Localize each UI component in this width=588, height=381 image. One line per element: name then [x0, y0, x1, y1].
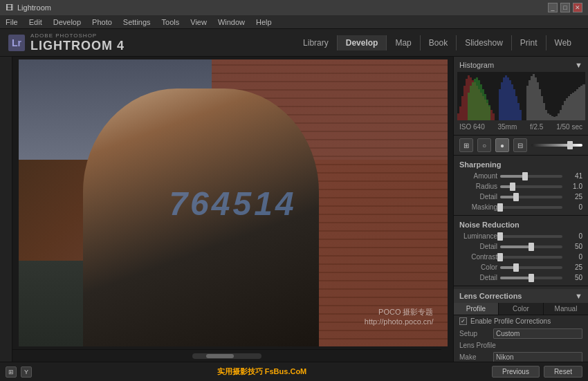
nr-color-detail-label: Detail — [459, 274, 497, 281]
nr-detail-row: Detail 50 — [454, 241, 588, 252]
setup-row: Setup Custom — [454, 327, 588, 340]
nr-color-detail-thumb[interactable] — [529, 274, 534, 282]
tab-library[interactable]: Library — [295, 35, 338, 50]
nr-detail-track[interactable] — [500, 245, 562, 248]
menu-tools[interactable]: Tools — [162, 18, 180, 26]
svg-rect-3 — [463, 86, 466, 120]
window-controls[interactable]: _ □ ✕ — [548, 3, 582, 12]
svg-rect-59 — [566, 98, 568, 120]
sharpening-radius-thumb[interactable] — [510, 183, 515, 191]
svg-rect-22 — [476, 77, 478, 120]
maximize-button[interactable]: □ — [560, 3, 570, 12]
noise-reduction-header[interactable]: Noise Reduction — [454, 219, 588, 231]
nr-detail-value: 50 — [565, 243, 582, 250]
sharpening-amount-track[interactable] — [500, 175, 562, 178]
sharpening-amount-row: Amount 41 — [454, 171, 588, 181]
nr-contrast-track[interactable] — [500, 256, 562, 259]
grid-tool-button[interactable]: ⊞ — [459, 138, 473, 152]
lens-tab-color[interactable]: Color — [499, 303, 544, 315]
sharpening-masking-row: Masking 0 — [454, 202, 588, 212]
nav-tabs: Library Develop Map Book Slideshow Print… — [295, 35, 580, 50]
nr-color-detail-track[interactable] — [500, 277, 562, 279]
tab-web[interactable]: Web — [546, 35, 580, 50]
sharpening-radius-track[interactable] — [500, 185, 562, 188]
scroll-thumb[interactable] — [206, 354, 234, 358]
nr-luminance-thumb[interactable] — [497, 232, 503, 241]
nr-luminance-track[interactable] — [500, 235, 562, 238]
sharpening-masking-thumb[interactable] — [497, 203, 503, 212]
menu-view[interactable]: View — [190, 18, 207, 26]
svg-rect-66 — [580, 86, 582, 120]
menu-develop[interactable]: Develop — [53, 18, 81, 26]
make-value[interactable]: Nikon — [493, 352, 582, 362]
bottom-left-controls: ⊞ Y — [6, 366, 32, 378]
svg-rect-43 — [533, 74, 535, 120]
svg-rect-32 — [505, 75, 507, 120]
svg-rect-26 — [484, 94, 486, 120]
tab-print[interactable]: Print — [512, 35, 546, 50]
lens-corrections-header[interactable]: Lens Corrections ▼ — [454, 289, 588, 303]
lr-badge: Lr — [8, 35, 25, 51]
lens-tab-profile[interactable]: Profile — [454, 303, 499, 315]
bottom-watermark-text: 实用摄影技巧 FsBus.CoM — [217, 366, 307, 377]
tab-slideshow[interactable]: Slideshow — [457, 35, 512, 50]
enable-profile-checkbox[interactable]: ✓ — [459, 317, 467, 325]
tool-slider-thumb[interactable] — [567, 141, 573, 149]
nr-color-track[interactable] — [500, 266, 562, 269]
nr-color-thumb[interactable] — [513, 263, 519, 272]
sharpening-header[interactable]: Sharpening — [454, 158, 588, 171]
title-bar: 🎞 Lightroom _ □ ✕ — [0, 0, 588, 15]
tool-slider-track[interactable] — [531, 144, 582, 147]
center-area: 764514 POCO 摄影专题 http://photo.poco.cn/ — [12, 57, 453, 362]
svg-rect-17 — [493, 113, 495, 120]
menu-settings[interactable]: Settings — [123, 18, 151, 26]
tab-develop[interactable]: Develop — [338, 35, 387, 50]
svg-rect-0 — [457, 113, 459, 120]
enable-profile-label: Enable Profile Corrections — [470, 317, 551, 325]
nr-contrast-thumb[interactable] — [497, 253, 503, 261]
lens-tab-manual[interactable]: Manual — [544, 303, 588, 315]
poco-watermark: POCO 摄影专题 http://photo.poco.cn/ — [365, 307, 434, 326]
focal-value: 35mm — [497, 123, 517, 131]
tab-book[interactable]: Book — [421, 35, 457, 50]
sharpening-masking-track[interactable] — [500, 206, 562, 209]
svg-rect-47 — [541, 96, 543, 120]
bottom-grid-button[interactable]: ⊞ — [6, 366, 17, 378]
nr-detail-label: Detail — [459, 243, 497, 250]
svg-rect-48 — [543, 103, 545, 120]
image-overlay-text: 764514 — [169, 184, 296, 222]
svg-rect-30 — [501, 82, 503, 120]
bottom-view-button[interactable]: Y — [21, 366, 32, 378]
horizontal-scrollbar[interactable] — [192, 353, 261, 359]
sharpening-detail-label: Detail — [459, 193, 497, 201]
nr-detail-thumb[interactable] — [529, 243, 534, 251]
svg-rect-64 — [576, 89, 578, 120]
sharpening-detail-thumb[interactable] — [513, 193, 519, 201]
menu-window[interactable]: Window — [218, 18, 245, 26]
svg-rect-46 — [539, 89, 541, 120]
setup-select[interactable]: Custom — [493, 328, 582, 339]
svg-rect-44 — [535, 77, 537, 120]
svg-rect-24 — [480, 84, 482, 120]
slider-tool-button[interactable]: ⊟ — [513, 138, 527, 152]
sharpening-detail-track[interactable] — [500, 196, 562, 198]
aperture-value: f/2.5 — [530, 123, 543, 131]
previous-button[interactable]: Previous — [492, 366, 540, 378]
menu-photo[interactable]: Photo — [92, 18, 112, 26]
reset-button[interactable]: Reset — [544, 366, 582, 378]
close-button[interactable]: ✕ — [573, 3, 582, 12]
nr-luminance-label: Luminance — [459, 232, 497, 240]
menu-edit[interactable]: Edit — [29, 18, 42, 26]
tab-map[interactable]: Map — [387, 35, 420, 50]
svg-rect-39 — [520, 110, 522, 120]
menu-file[interactable]: File — [6, 18, 18, 26]
histogram-info: ISO 640 35mm f/2.5 1/50 sec — [454, 122, 588, 132]
minimize-button[interactable]: _ — [548, 3, 558, 12]
sharpening-amount-thumb[interactable] — [522, 172, 528, 180]
main-image: 764514 POCO 摄影专题 http://photo.poco.cn/ — [19, 59, 448, 346]
circle-tool-button[interactable]: ○ — [477, 138, 491, 152]
lens-corrections-section: Lens Corrections ▼ Profile Color Manual … — [454, 286, 588, 362]
menu-help[interactable]: Help — [256, 18, 272, 26]
svg-rect-53 — [553, 117, 555, 120]
dot-tool-button[interactable]: ● — [495, 138, 509, 152]
